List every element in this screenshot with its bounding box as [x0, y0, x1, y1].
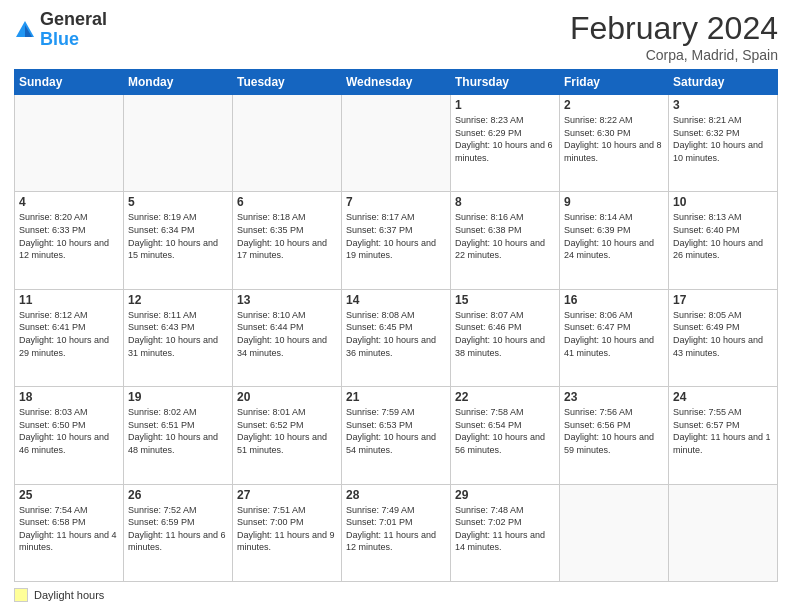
title-block: February 2024 Corpa, Madrid, Spain: [570, 10, 778, 63]
day-info: Sunrise: 7:56 AM Sunset: 6:56 PM Dayligh…: [564, 406, 664, 456]
page: General Blue February 2024 Corpa, Madrid…: [0, 0, 792, 612]
col-header-monday: Monday: [124, 70, 233, 95]
header-row: SundayMondayTuesdayWednesdayThursdayFrid…: [15, 70, 778, 95]
svg-marker-1: [25, 25, 32, 37]
day-info: Sunrise: 8:13 AM Sunset: 6:40 PM Dayligh…: [673, 211, 773, 261]
header: General Blue February 2024 Corpa, Madrid…: [14, 10, 778, 63]
day-cell: 20Sunrise: 8:01 AM Sunset: 6:52 PM Dayli…: [233, 387, 342, 484]
day-number: 4: [19, 195, 119, 209]
day-number: 12: [128, 293, 228, 307]
day-cell: 1Sunrise: 8:23 AM Sunset: 6:29 PM Daylig…: [451, 95, 560, 192]
location: Corpa, Madrid, Spain: [570, 47, 778, 63]
day-number: 16: [564, 293, 664, 307]
day-cell: 17Sunrise: 8:05 AM Sunset: 6:49 PM Dayli…: [669, 289, 778, 386]
day-cell: 27Sunrise: 7:51 AM Sunset: 7:00 PM Dayli…: [233, 484, 342, 581]
day-cell: [560, 484, 669, 581]
day-number: 23: [564, 390, 664, 404]
day-info: Sunrise: 7:48 AM Sunset: 7:02 PM Dayligh…: [455, 504, 555, 554]
day-info: Sunrise: 8:10 AM Sunset: 6:44 PM Dayligh…: [237, 309, 337, 359]
day-cell: 4Sunrise: 8:20 AM Sunset: 6:33 PM Daylig…: [15, 192, 124, 289]
day-info: Sunrise: 7:55 AM Sunset: 6:57 PM Dayligh…: [673, 406, 773, 456]
day-info: Sunrise: 8:02 AM Sunset: 6:51 PM Dayligh…: [128, 406, 228, 456]
day-number: 25: [19, 488, 119, 502]
day-number: 11: [19, 293, 119, 307]
day-cell: 23Sunrise: 7:56 AM Sunset: 6:56 PM Dayli…: [560, 387, 669, 484]
day-cell: 10Sunrise: 8:13 AM Sunset: 6:40 PM Dayli…: [669, 192, 778, 289]
day-number: 29: [455, 488, 555, 502]
calendar-header: SundayMondayTuesdayWednesdayThursdayFrid…: [15, 70, 778, 95]
calendar-table: SundayMondayTuesdayWednesdayThursdayFrid…: [14, 69, 778, 582]
day-info: Sunrise: 7:51 AM Sunset: 7:00 PM Dayligh…: [237, 504, 337, 554]
week-row-2: 11Sunrise: 8:12 AM Sunset: 6:41 PM Dayli…: [15, 289, 778, 386]
col-header-friday: Friday: [560, 70, 669, 95]
col-header-wednesday: Wednesday: [342, 70, 451, 95]
day-cell: 14Sunrise: 8:08 AM Sunset: 6:45 PM Dayli…: [342, 289, 451, 386]
day-number: 22: [455, 390, 555, 404]
legend: Daylight hours: [14, 588, 778, 602]
month-title: February 2024: [570, 10, 778, 47]
day-number: 19: [128, 390, 228, 404]
legend-box: [14, 588, 28, 602]
day-cell: 22Sunrise: 7:58 AM Sunset: 6:54 PM Dayli…: [451, 387, 560, 484]
day-number: 5: [128, 195, 228, 209]
day-number: 15: [455, 293, 555, 307]
day-number: 20: [237, 390, 337, 404]
day-cell: [669, 484, 778, 581]
legend-label: Daylight hours: [34, 589, 104, 601]
day-info: Sunrise: 8:22 AM Sunset: 6:30 PM Dayligh…: [564, 114, 664, 164]
day-number: 14: [346, 293, 446, 307]
logo-general: General: [40, 9, 107, 29]
day-info: Sunrise: 8:19 AM Sunset: 6:34 PM Dayligh…: [128, 211, 228, 261]
day-number: 8: [455, 195, 555, 209]
day-cell: [15, 95, 124, 192]
day-cell: 25Sunrise: 7:54 AM Sunset: 6:58 PM Dayli…: [15, 484, 124, 581]
day-cell: 26Sunrise: 7:52 AM Sunset: 6:59 PM Dayli…: [124, 484, 233, 581]
day-info: Sunrise: 8:14 AM Sunset: 6:39 PM Dayligh…: [564, 211, 664, 261]
day-number: 13: [237, 293, 337, 307]
day-number: 26: [128, 488, 228, 502]
day-cell: [342, 95, 451, 192]
day-info: Sunrise: 8:05 AM Sunset: 6:49 PM Dayligh…: [673, 309, 773, 359]
day-info: Sunrise: 8:12 AM Sunset: 6:41 PM Dayligh…: [19, 309, 119, 359]
col-header-thursday: Thursday: [451, 70, 560, 95]
day-number: 27: [237, 488, 337, 502]
logo-blue: Blue: [40, 29, 79, 49]
day-number: 28: [346, 488, 446, 502]
day-info: Sunrise: 8:01 AM Sunset: 6:52 PM Dayligh…: [237, 406, 337, 456]
day-cell: 13Sunrise: 8:10 AM Sunset: 6:44 PM Dayli…: [233, 289, 342, 386]
logo-text: General Blue: [40, 10, 107, 50]
day-cell: 18Sunrise: 8:03 AM Sunset: 6:50 PM Dayli…: [15, 387, 124, 484]
day-info: Sunrise: 8:11 AM Sunset: 6:43 PM Dayligh…: [128, 309, 228, 359]
day-cell: [124, 95, 233, 192]
week-row-0: 1Sunrise: 8:23 AM Sunset: 6:29 PM Daylig…: [15, 95, 778, 192]
week-row-3: 18Sunrise: 8:03 AM Sunset: 6:50 PM Dayli…: [15, 387, 778, 484]
day-cell: 12Sunrise: 8:11 AM Sunset: 6:43 PM Dayli…: [124, 289, 233, 386]
day-cell: 9Sunrise: 8:14 AM Sunset: 6:39 PM Daylig…: [560, 192, 669, 289]
day-cell: 28Sunrise: 7:49 AM Sunset: 7:01 PM Dayli…: [342, 484, 451, 581]
day-info: Sunrise: 7:49 AM Sunset: 7:01 PM Dayligh…: [346, 504, 446, 554]
day-info: Sunrise: 7:58 AM Sunset: 6:54 PM Dayligh…: [455, 406, 555, 456]
day-info: Sunrise: 7:59 AM Sunset: 6:53 PM Dayligh…: [346, 406, 446, 456]
day-number: 21: [346, 390, 446, 404]
day-cell: 7Sunrise: 8:17 AM Sunset: 6:37 PM Daylig…: [342, 192, 451, 289]
day-number: 18: [19, 390, 119, 404]
day-info: Sunrise: 8:07 AM Sunset: 6:46 PM Dayligh…: [455, 309, 555, 359]
day-info: Sunrise: 8:17 AM Sunset: 6:37 PM Dayligh…: [346, 211, 446, 261]
week-row-1: 4Sunrise: 8:20 AM Sunset: 6:33 PM Daylig…: [15, 192, 778, 289]
day-info: Sunrise: 7:52 AM Sunset: 6:59 PM Dayligh…: [128, 504, 228, 554]
week-row-4: 25Sunrise: 7:54 AM Sunset: 6:58 PM Dayli…: [15, 484, 778, 581]
day-info: Sunrise: 8:16 AM Sunset: 6:38 PM Dayligh…: [455, 211, 555, 261]
day-number: 2: [564, 98, 664, 112]
day-cell: 6Sunrise: 8:18 AM Sunset: 6:35 PM Daylig…: [233, 192, 342, 289]
day-number: 1: [455, 98, 555, 112]
day-number: 24: [673, 390, 773, 404]
day-cell: 15Sunrise: 8:07 AM Sunset: 6:46 PM Dayli…: [451, 289, 560, 386]
day-info: Sunrise: 8:21 AM Sunset: 6:32 PM Dayligh…: [673, 114, 773, 164]
day-cell: 24Sunrise: 7:55 AM Sunset: 6:57 PM Dayli…: [669, 387, 778, 484]
day-cell: 29Sunrise: 7:48 AM Sunset: 7:02 PM Dayli…: [451, 484, 560, 581]
day-cell: 19Sunrise: 8:02 AM Sunset: 6:51 PM Dayli…: [124, 387, 233, 484]
day-cell: 8Sunrise: 8:16 AM Sunset: 6:38 PM Daylig…: [451, 192, 560, 289]
day-cell: 3Sunrise: 8:21 AM Sunset: 6:32 PM Daylig…: [669, 95, 778, 192]
day-info: Sunrise: 8:06 AM Sunset: 6:47 PM Dayligh…: [564, 309, 664, 359]
logo-icon: [14, 19, 36, 41]
